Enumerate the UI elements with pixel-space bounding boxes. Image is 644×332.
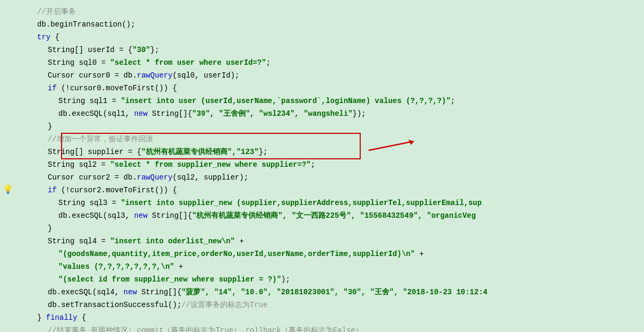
string-val: "杭州有机蔬菜专供经销商","123" bbox=[141, 148, 258, 156]
line-content-13: String sql2 = "select * from supplier_ne… bbox=[16, 159, 644, 171]
string-val: "(select id from supplier_new where supp… bbox=[58, 275, 281, 284]
line-content-14: Cursor cursor2 = db.rawQuery(sql2, suppl… bbox=[16, 172, 644, 183]
string-val: "insert into supplier_new (supplier,supp… bbox=[121, 199, 482, 207]
code-text: db.execSQL(sql1, bbox=[58, 109, 134, 118]
line-content-20: "(goodsName,quantity,item_price,orderNo,… bbox=[16, 248, 644, 260]
line-content-23: db.execSQL(sql4, new String[]{"菠萝", "14"… bbox=[16, 286, 644, 298]
code-text: String sql0 = bbox=[48, 58, 110, 67]
code-line-24: db.setTransactionSuccessful();//设置事务的标志为… bbox=[0, 299, 644, 311]
line-content-3: try { bbox=[16, 31, 644, 43]
code-text: Cursor cursor0 = db. bbox=[48, 71, 137, 80]
code-text: db.beginTransaction(); bbox=[37, 20, 135, 29]
string-val: "select * from supplier_new where suppli… bbox=[110, 160, 311, 169]
keyword-new: new bbox=[134, 211, 147, 220]
line-content-24: db.setTransactionSuccessful();//设置事务的标志为… bbox=[16, 299, 644, 311]
code-line-4: String[] userId = {"30"}; bbox=[0, 44, 644, 56]
line-content-15: if (!cursor2.moveToFirst()) { bbox=[16, 184, 644, 196]
line-content-1: //开启事务 bbox=[16, 6, 644, 18]
keyword-new: new bbox=[124, 288, 137, 296]
keyword-new: new bbox=[134, 109, 147, 118]
code-text: }; bbox=[150, 46, 159, 54]
code-line-15: 💡 if (!cursor2.moveToFirst()) { bbox=[0, 184, 644, 197]
line-content-5: String sql0 = "select * from user where … bbox=[16, 57, 644, 69]
code-text: } bbox=[48, 224, 52, 233]
line-content-12: String[] supplier = {"杭州有机蔬菜专供经销商","123"… bbox=[16, 146, 644, 158]
string-val: "(goodsName,quantity,item_price,orderNo,… bbox=[58, 250, 415, 258]
code-text: ); bbox=[281, 275, 290, 284]
keyword-try: try bbox=[37, 33, 50, 41]
code-line-11: //增加一个异常，验证事件回滚 bbox=[0, 133, 644, 146]
line-content-6: Cursor cursor0 = db.rawQuery(sql0, userI… bbox=[16, 70, 644, 81]
line-content-22: "(select id from supplier_new where supp… bbox=[16, 274, 644, 285]
keyword-finally: finally bbox=[46, 313, 77, 322]
line-content-16: String sql3 = "insert into supplier_new … bbox=[16, 197, 644, 209]
comment-text: //增加一个异常，验证事件回滚 bbox=[48, 135, 153, 143]
code-line-26: //结束事务,有两种情况: commit（事务的标志为True）,rollbac… bbox=[0, 324, 644, 332]
code-text: + bbox=[235, 237, 244, 245]
string-val: "39" bbox=[192, 109, 210, 118]
code-editor: //开启事务 db.beginTransaction(); try { Stri… bbox=[0, 0, 644, 332]
code-text: (!cursor0.moveToFirst()) { bbox=[61, 84, 177, 92]
code-line-17: db.execSQL(sql3, new String[]{"杭州有机蔬菜专供经… bbox=[0, 209, 644, 222]
code-text: String[]{ bbox=[147, 211, 192, 220]
code-text: Cursor cursor2 = db. bbox=[48, 173, 137, 182]
code-text: String sql1 = bbox=[58, 97, 121, 105]
line-content-8: String sql1 = "insert into user (userId,… bbox=[16, 95, 644, 107]
gutter-15: 💡 bbox=[0, 184, 16, 195]
line-content-17: db.execSQL(sql3, new String[]{"杭州有机蔬菜专供经… bbox=[16, 210, 644, 222]
code-line-23: db.execSQL(sql4, new String[]{"菠萝", "14"… bbox=[0, 286, 644, 299]
code-line-12: String[] supplier = {"杭州有机蔬菜专供经销商","123"… bbox=[0, 146, 644, 158]
string-val: "insert into oderlist_new\n" bbox=[110, 237, 235, 245]
code-text: ; bbox=[266, 58, 271, 67]
string-val: "王舍例" bbox=[219, 109, 250, 118]
code-text: { bbox=[77, 313, 86, 322]
keyword-if: if bbox=[48, 84, 57, 92]
line-content-26: //结束事务,有两种情况: commit（事务的标志为True）,rollbac… bbox=[16, 325, 644, 332]
line-content-9: db.execSQL(sql1, new String[]{"39", "王舍例… bbox=[16, 108, 644, 120]
line-content-11: //增加一个异常，验证事件回滚 bbox=[16, 133, 644, 145]
string-val: "杭州有机蔬菜专供经销商", "文一西路225号", "15568432549"… bbox=[192, 211, 476, 220]
line-content-2: db.beginTransaction(); bbox=[16, 19, 644, 30]
code-text: ; bbox=[450, 97, 455, 105]
code-text: , bbox=[210, 109, 219, 118]
code-line-18: } bbox=[0, 222, 644, 235]
code-text: db.execSQL(sql3, bbox=[58, 211, 134, 220]
line-content-18: } bbox=[16, 223, 644, 234]
code-line-7: if (!cursor0.moveToFirst()) { bbox=[0, 82, 644, 95]
code-line-14: Cursor cursor2 = db.rawQuery(sql2, suppl… bbox=[0, 171, 644, 184]
code-line-13: String sql2 = "select * from supplier_ne… bbox=[0, 158, 644, 171]
code-line-19: String sql4 = "insert into oderlist_new\… bbox=[0, 235, 644, 248]
line-content-25: } finally { bbox=[16, 312, 644, 324]
line-content-21: "values (?,?,?,?,?,?,?,\n" + bbox=[16, 261, 644, 273]
keyword-if: if bbox=[48, 186, 57, 194]
code-text: (sql2, supplier); bbox=[172, 173, 248, 182]
code-line-9: db.execSQL(sql1, new String[]{"39", "王舍例… bbox=[0, 107, 644, 120]
code-text: }; bbox=[259, 148, 268, 156]
comment-text: //结束事务,有两种情况: commit（事务的标志为True）,rollbac… bbox=[48, 326, 363, 332]
string-val: "insert into user (userId,userName,`pass… bbox=[121, 97, 451, 105]
code-line-3: try { bbox=[0, 31, 644, 44]
code-text: String sql3 = bbox=[58, 199, 121, 207]
code-text: , bbox=[294, 109, 303, 118]
code-text: ; bbox=[311, 160, 315, 169]
code-text: , bbox=[250, 109, 259, 118]
string-val: "30" bbox=[133, 46, 151, 54]
line-content-4: String[] userId = {"30"}; bbox=[16, 44, 644, 56]
code-text: String sql4 = bbox=[48, 237, 110, 245]
string-val: "wsl234" bbox=[259, 109, 294, 118]
string-val: "菠萝", "14", "10.0", "20181023001", "30",… bbox=[181, 288, 488, 296]
code-text: + bbox=[174, 262, 183, 271]
code-text: (sql0, userId); bbox=[172, 71, 239, 80]
line-content-19: String sql4 = "insert into oderlist_new\… bbox=[16, 235, 644, 247]
code-text: + bbox=[415, 250, 424, 258]
code-line-16: String sql3 = "insert into supplier_new … bbox=[0, 197, 644, 209]
string-val: "values (?,?,?,?,?,?,?,\n" bbox=[58, 262, 174, 271]
comment-text: //开启事务 bbox=[37, 7, 76, 16]
line-content-7: if (!cursor0.moveToFirst()) { bbox=[16, 82, 644, 94]
code-text: String sql2 = bbox=[48, 160, 110, 169]
code-line-10: } bbox=[0, 120, 644, 133]
line-content-10: } bbox=[16, 121, 644, 132]
bulb-icon: 💡 bbox=[3, 184, 13, 195]
code-line-20: "(goodsName,quantity,item_price,orderNo,… bbox=[0, 248, 644, 260]
code-text: (!cursor2.moveToFirst()) { bbox=[61, 186, 177, 194]
